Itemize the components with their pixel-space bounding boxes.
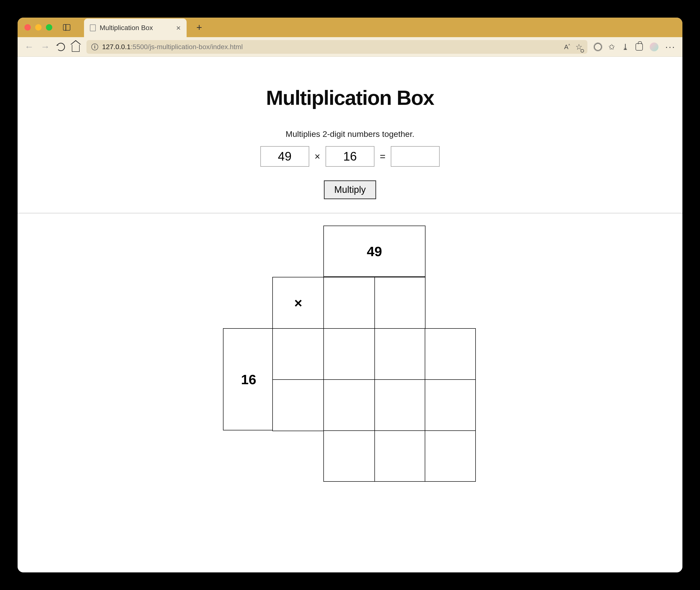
maximize-window-icon[interactable]	[46, 24, 52, 30]
forward-icon[interactable]: →	[40, 41, 50, 52]
operand-a-input[interactable]	[260, 146, 309, 167]
operand-b-input[interactable]	[326, 146, 374, 167]
home-icon[interactable]	[72, 44, 80, 52]
favorite-star-icon[interactable]: ☆	[575, 42, 583, 52]
gear-icon[interactable]	[594, 43, 602, 51]
tab-title: Multiplication Box	[100, 24, 172, 32]
diagram-cell-r4c2	[323, 430, 375, 482]
site-info-icon[interactable]: i	[91, 43, 98, 51]
more-menu-icon[interactable]: ···	[665, 42, 676, 52]
new-tab-icon[interactable]: +	[196, 22, 202, 33]
diagram-cell-r4c3	[374, 430, 426, 482]
browser-tab[interactable]: Multiplication Box ×	[84, 19, 187, 37]
window-controls	[24, 24, 52, 30]
diagram-cell-r2c2	[323, 328, 375, 380]
url-path: :5500/js-multiplication-box/index.html	[131, 43, 243, 51]
page-viewport: Multiplication Box Multiplies 2-digit nu…	[18, 57, 682, 572]
page-title: Multiplication Box	[18, 86, 682, 110]
close-window-icon[interactable]	[24, 24, 31, 30]
section-divider	[18, 213, 682, 213]
diagram-cell-r2c4	[425, 328, 476, 380]
diagram-cell-r2c3	[374, 328, 426, 380]
multiply-button[interactable]: Multiply	[324, 180, 376, 199]
diagram-cell-r1c3	[374, 277, 426, 329]
diagram-left-value: 16	[223, 328, 274, 430]
address-bar[interactable]: i 127.0.0.1:5500/js-multiplication-box/i…	[87, 40, 587, 54]
url-text: 127.0.0.1:5500/js-multiplication-box/ind…	[102, 43, 243, 51]
extensions-icon[interactable]	[635, 43, 643, 51]
reload-icon[interactable]	[57, 43, 65, 51]
equals-symbol: =	[378, 151, 387, 162]
text-size-icon[interactable]: Aᴬ	[564, 43, 570, 51]
page-content: Multiplication Box Multiplies 2-digit nu…	[18, 57, 682, 485]
minimize-window-icon[interactable]	[35, 24, 41, 30]
profile-avatar-icon[interactable]	[650, 42, 659, 51]
diagram-top-value: 49	[323, 225, 426, 277]
browser-window: Multiplication Box × + ← → i 127.0.0.1:5…	[18, 18, 682, 572]
times-symbol: ×	[313, 151, 322, 162]
tab-overview-icon[interactable]	[63, 24, 70, 30]
diagram-cell-r3c1	[272, 379, 324, 431]
diagram-cell-r3c2	[323, 379, 375, 431]
multiplication-diagram: 49 16 ×	[223, 225, 477, 485]
input-row: × =	[18, 146, 682, 167]
tab-close-icon[interactable]: ×	[176, 23, 181, 32]
page-icon	[90, 24, 96, 31]
favorites-icon[interactable]: ✩	[608, 42, 615, 52]
downloads-icon[interactable]: ⤓	[622, 42, 629, 52]
diagram-cell-r2c1	[272, 328, 324, 380]
url-host: 127.0.0.1	[102, 43, 131, 51]
page-subtitle: Multiplies 2-digit numbers together.	[18, 129, 682, 139]
result-input[interactable]	[391, 146, 440, 167]
back-icon[interactable]: ←	[24, 41, 34, 52]
diagram-cell-r3c4	[425, 379, 476, 431]
diagram-cell-r1c2	[323, 277, 375, 329]
browser-toolbar: ← → i 127.0.0.1:5500/js-multiplication-b…	[18, 37, 682, 57]
diagram-cell-r3c3	[374, 379, 426, 431]
titlebar: Multiplication Box × +	[18, 18, 682, 37]
diagram-times-cell: ×	[272, 277, 324, 329]
diagram-cell-r4c4	[425, 430, 476, 482]
